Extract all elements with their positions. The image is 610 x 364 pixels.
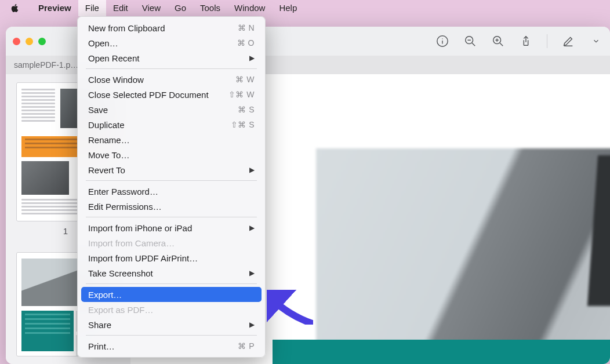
menu-item-export[interactable]: Export… [81, 287, 262, 302]
menu-item-label: Close Window [88, 75, 235, 85]
menu-item-share[interactable]: Share▶ [81, 317, 262, 332]
menu-item-label: Duplicate [88, 120, 231, 130]
markup-pencil-icon[interactable] [561, 34, 575, 48]
menu-item-open-recent[interactable]: Open Recent▶ [81, 50, 262, 65]
menubar-file[interactable]: File [78, 0, 106, 16]
menu-item-label: Export… [88, 290, 255, 300]
menu-item-import-from-iphone-or-ipad[interactable]: Import from iPhone or iPad▶ [81, 220, 262, 235]
share-icon[interactable] [519, 34, 533, 48]
submenu-chevron-right-icon: ▶ [249, 321, 255, 329]
submenu-chevron-right-icon: ▶ [249, 54, 255, 62]
menu-item-label: Export as PDF… [88, 305, 255, 315]
apple-menu-icon[interactable] [10, 3, 21, 13]
menu-item-save[interactable]: Save⌘ S [81, 102, 262, 117]
menu-item-label: Share [88, 320, 249, 330]
menu-item-take-screenshot[interactable]: Take Screenshot▶ [81, 265, 262, 281]
menu-item-label: New from Clipboard [88, 23, 238, 33]
toolbar-chevron-down-icon[interactable] [589, 34, 603, 48]
menu-item-import-from-camera: Import from Camera… [81, 235, 262, 250]
window-toolbar-right [435, 27, 603, 56]
menu-item-label: Save [88, 105, 238, 115]
menu-item-open[interactable]: Open…⌘ O [81, 35, 262, 50]
svg-line-7 [500, 43, 503, 46]
menu-item-edit-permissions[interactable]: Edit Permissions… [81, 199, 262, 214]
menu-separator [86, 68, 257, 69]
menu-item-export-as-pdf: Export as PDF… [81, 302, 262, 317]
content-teal-text-block: e practical results show that: [273, 340, 610, 364]
menu-item-label: Move To… [88, 150, 255, 160]
window-close-button[interactable] [13, 38, 20, 45]
menu-item-new-from-clipboard[interactable]: New from Clipboard⌘ N [81, 20, 262, 35]
menubar-tools[interactable]: Tools [193, 0, 227, 16]
menu-item-rename[interactable]: Rename… [81, 132, 262, 147]
menu-item-duplicate[interactable]: Duplicate⇧⌘ S [81, 117, 262, 132]
menu-item-label: Open Recent [88, 53, 249, 63]
menu-item-label: Edit Permissions… [88, 202, 255, 212]
menu-item-shortcut: ⇧⌘ S [231, 120, 255, 129]
svg-point-2 [442, 38, 442, 39]
menu-item-shortcut: ⇧⌘ W [228, 90, 255, 99]
menu-separator [86, 283, 257, 284]
menubar-view[interactable]: View [135, 0, 168, 16]
menu-item-label: Import from Camera… [88, 238, 255, 248]
menu-item-label: Import from UPDF AirPrint… [88, 253, 255, 263]
window-minimize-button[interactable] [26, 38, 33, 45]
window-maximize-button[interactable] [38, 38, 46, 45]
menu-separator [86, 180, 257, 181]
menu-item-enter-password[interactable]: Enter Password… [81, 184, 262, 199]
menu-item-shortcut: ⌘ W [235, 75, 255, 84]
menu-item-label: Revert To [88, 165, 249, 175]
menu-separator [86, 217, 257, 217]
menu-item-shortcut: ⌘ O [237, 38, 255, 48]
content-hero-image [316, 148, 610, 364]
window-traffic-lights [13, 38, 46, 45]
menu-item-close-selected-pdf-document[interactable]: Close Selected PDF Document⇧⌘ W [81, 87, 262, 102]
zoom-out-icon[interactable] [463, 34, 477, 48]
submenu-chevron-right-icon: ▶ [249, 269, 255, 277]
menu-item-close-window[interactable]: Close Window⌘ W [81, 72, 262, 87]
menu-item-label: Import from iPhone or iPad [88, 223, 249, 233]
toolbar-separator [547, 34, 547, 48]
menu-item-move-to[interactable]: Move To… [81, 147, 262, 162]
menubar-app-name[interactable]: Preview [31, 0, 78, 16]
menubar-help[interactable]: Help [272, 0, 304, 16]
menu-item-label: Print… [88, 341, 238, 351]
menu-item-label: Open… [88, 38, 237, 48]
menu-separator [86, 335, 257, 336]
menu-item-label: Take Screenshot [88, 268, 249, 278]
menubar-edit[interactable]: Edit [106, 0, 135, 16]
menu-item-label: Enter Password… [88, 187, 255, 196]
menu-item-shortcut: ⌘ S [238, 105, 255, 114]
menu-item-print[interactable]: Print…⌘ P [81, 338, 262, 354]
menu-item-label: Rename… [88, 135, 255, 145]
svg-line-4 [472, 43, 475, 46]
menu-item-shortcut: ⌘ P [238, 341, 255, 351]
submenu-chevron-right-icon: ▶ [249, 166, 255, 174]
menu-item-import-from-updf-airprint[interactable]: Import from UPDF AirPrint… [81, 250, 262, 265]
info-icon[interactable] [435, 34, 449, 48]
submenu-chevron-right-icon: ▶ [249, 224, 255, 232]
menubar-window[interactable]: Window [227, 0, 272, 16]
menu-item-shortcut: ⌘ N [238, 23, 255, 32]
menu-item-revert-to[interactable]: Revert To▶ [81, 162, 262, 177]
menubar-go[interactable]: Go [168, 0, 193, 16]
file-menu-dropdown: New from Clipboard⌘ NOpen…⌘ OOpen Recent… [77, 16, 266, 358]
zoom-in-icon[interactable] [491, 34, 505, 48]
menu-item-label: Close Selected PDF Document [88, 90, 228, 100]
macos-menubar: Preview File Edit View Go Tools Window H… [0, 0, 610, 16]
tab-label: samplePDF-1.p… [14, 60, 78, 70]
